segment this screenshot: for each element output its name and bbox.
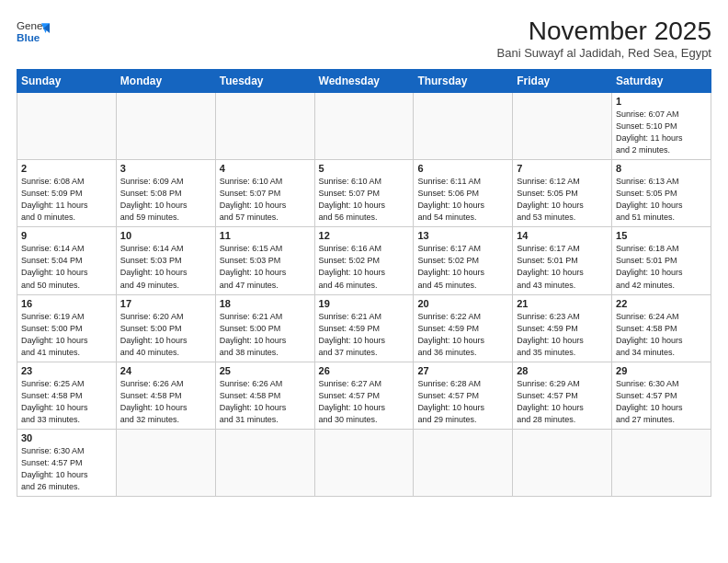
col-header-monday: Monday (116, 70, 215, 93)
day-info: Sunrise: 6:15 AM Sunset: 5:03 PM Dayligh… (220, 243, 311, 291)
calendar-cell (17, 93, 117, 160)
day-info: Sunrise: 6:16 AM Sunset: 5:02 PM Dayligh… (319, 243, 410, 291)
calendar-cell: 13Sunrise: 6:17 AM Sunset: 5:02 PM Dayli… (414, 227, 513, 294)
day-number: 20 (417, 298, 508, 309)
day-info: Sunrise: 6:14 AM Sunset: 5:03 PM Dayligh… (120, 243, 211, 291)
col-header-sunday: Sunday (17, 70, 117, 93)
day-number: 23 (21, 365, 112, 376)
svg-text:Blue: Blue (17, 31, 40, 43)
day-info: Sunrise: 6:08 AM Sunset: 5:09 PM Dayligh… (21, 176, 112, 224)
calendar-header-row: SundayMondayTuesdayWednesdayThursdayFrid… (17, 70, 711, 93)
calendar-cell: 24Sunrise: 6:26 AM Sunset: 4:58 PM Dayli… (116, 362, 215, 429)
calendar-cell: 17Sunrise: 6:20 AM Sunset: 5:00 PM Dayli… (116, 294, 215, 362)
day-info: Sunrise: 6:10 AM Sunset: 5:07 PM Dayligh… (319, 176, 410, 224)
day-number: 2 (21, 163, 112, 174)
calendar-week-1: 1Sunrise: 6:07 AM Sunset: 5:10 PM Daylig… (17, 93, 711, 160)
col-header-thursday: Thursday (414, 70, 513, 93)
calendar-cell: 27Sunrise: 6:28 AM Sunset: 4:57 PM Dayli… (414, 362, 513, 429)
day-number: 29 (616, 365, 707, 376)
day-number: 1 (616, 96, 707, 107)
calendar-cell: 8Sunrise: 6:13 AM Sunset: 5:05 PM Daylig… (612, 160, 711, 227)
calendar-cell: 14Sunrise: 6:17 AM Sunset: 5:01 PM Dayli… (513, 227, 612, 294)
day-info: Sunrise: 6:11 AM Sunset: 5:06 PM Dayligh… (417, 176, 508, 224)
day-number: 14 (517, 230, 608, 241)
calendar-cell (215, 93, 314, 160)
day-info: Sunrise: 6:13 AM Sunset: 5:05 PM Dayligh… (616, 176, 707, 224)
day-number: 13 (417, 230, 508, 241)
day-number: 10 (120, 230, 211, 241)
header: General Blue November 2025 Bani Suwayf a… (17, 17, 711, 60)
day-number: 15 (616, 230, 707, 241)
day-number: 22 (616, 298, 707, 309)
day-number: 3 (120, 163, 211, 174)
day-info: Sunrise: 6:17 AM Sunset: 5:02 PM Dayligh… (417, 243, 508, 291)
calendar-cell (513, 93, 612, 160)
calendar-cell: 9Sunrise: 6:14 AM Sunset: 5:04 PM Daylig… (17, 227, 117, 294)
day-info: Sunrise: 6:21 AM Sunset: 5:00 PM Dayligh… (220, 311, 311, 359)
calendar-cell: 16Sunrise: 6:19 AM Sunset: 5:00 PM Dayli… (17, 294, 117, 362)
day-info: Sunrise: 6:10 AM Sunset: 5:07 PM Dayligh… (220, 176, 311, 224)
day-number: 18 (220, 298, 311, 309)
calendar-cell: 3Sunrise: 6:09 AM Sunset: 5:08 PM Daylig… (116, 160, 215, 227)
calendar-week-5: 23Sunrise: 6:25 AM Sunset: 4:58 PM Dayli… (17, 362, 711, 429)
calendar-cell: 2Sunrise: 6:08 AM Sunset: 5:09 PM Daylig… (17, 160, 117, 227)
day-info: Sunrise: 6:17 AM Sunset: 5:01 PM Dayligh… (517, 243, 608, 291)
day-info: Sunrise: 6:27 AM Sunset: 4:57 PM Dayligh… (319, 378, 410, 426)
calendar-cell: 25Sunrise: 6:26 AM Sunset: 4:58 PM Dayli… (215, 362, 314, 429)
calendar-cell: 1Sunrise: 6:07 AM Sunset: 5:10 PM Daylig… (612, 93, 711, 160)
calendar-cell: 21Sunrise: 6:23 AM Sunset: 4:59 PM Dayli… (513, 294, 612, 362)
calendar-week-3: 9Sunrise: 6:14 AM Sunset: 5:04 PM Daylig… (17, 227, 711, 294)
month-title: November 2025 (497, 17, 711, 46)
calendar-cell (314, 429, 414, 496)
calendar-cell: 23Sunrise: 6:25 AM Sunset: 4:58 PM Dayli… (17, 362, 117, 429)
logo: General Blue (17, 17, 50, 50)
calendar-cell (116, 93, 215, 160)
calendar-cell (414, 429, 513, 496)
day-info: Sunrise: 6:19 AM Sunset: 5:00 PM Dayligh… (21, 311, 112, 359)
calendar-cell (215, 429, 314, 496)
logo-icon: General Blue (17, 17, 50, 50)
day-number: 7 (517, 163, 608, 174)
day-number: 27 (417, 365, 508, 376)
col-header-friday: Friday (513, 70, 612, 93)
day-info: Sunrise: 6:30 AM Sunset: 4:57 PM Dayligh… (616, 378, 707, 426)
day-info: Sunrise: 6:09 AM Sunset: 5:08 PM Dayligh… (120, 176, 211, 224)
calendar-cell: 20Sunrise: 6:22 AM Sunset: 4:59 PM Dayli… (414, 294, 513, 362)
col-header-wednesday: Wednesday (314, 70, 414, 93)
calendar-cell: 7Sunrise: 6:12 AM Sunset: 5:05 PM Daylig… (513, 160, 612, 227)
page: General Blue November 2025 Bani Suwayf a… (0, 0, 728, 563)
calendar-table: SundayMondayTuesdayWednesdayThursdayFrid… (17, 69, 711, 497)
col-header-tuesday: Tuesday (215, 70, 314, 93)
day-info: Sunrise: 6:29 AM Sunset: 4:57 PM Dayligh… (517, 378, 608, 426)
day-info: Sunrise: 6:20 AM Sunset: 5:00 PM Dayligh… (120, 311, 211, 359)
day-info: Sunrise: 6:26 AM Sunset: 4:58 PM Dayligh… (220, 378, 311, 426)
day-info: Sunrise: 6:12 AM Sunset: 5:05 PM Dayligh… (517, 176, 608, 224)
calendar-cell: 19Sunrise: 6:21 AM Sunset: 4:59 PM Dayli… (314, 294, 414, 362)
day-number: 21 (517, 298, 608, 309)
day-info: Sunrise: 6:30 AM Sunset: 4:57 PM Dayligh… (21, 445, 112, 493)
title-block: November 2025 Bani Suwayf al Jadidah, Re… (497, 17, 711, 60)
location: Bani Suwayf al Jadidah, Red Sea, Egypt (497, 46, 711, 60)
day-number: 8 (616, 163, 707, 174)
day-number: 24 (120, 365, 211, 376)
calendar-cell: 26Sunrise: 6:27 AM Sunset: 4:57 PM Dayli… (314, 362, 414, 429)
day-info: Sunrise: 6:28 AM Sunset: 4:57 PM Dayligh… (417, 378, 508, 426)
calendar-cell: 10Sunrise: 6:14 AM Sunset: 5:03 PM Dayli… (116, 227, 215, 294)
day-info: Sunrise: 6:25 AM Sunset: 4:58 PM Dayligh… (21, 378, 112, 426)
calendar-cell (513, 429, 612, 496)
calendar-cell: 5Sunrise: 6:10 AM Sunset: 5:07 PM Daylig… (314, 160, 414, 227)
calendar-cell: 6Sunrise: 6:11 AM Sunset: 5:06 PM Daylig… (414, 160, 513, 227)
calendar-week-2: 2Sunrise: 6:08 AM Sunset: 5:09 PM Daylig… (17, 160, 711, 227)
calendar-cell: 28Sunrise: 6:29 AM Sunset: 4:57 PM Dayli… (513, 362, 612, 429)
calendar-cell: 11Sunrise: 6:15 AM Sunset: 5:03 PM Dayli… (215, 227, 314, 294)
day-info: Sunrise: 6:14 AM Sunset: 5:04 PM Dayligh… (21, 243, 112, 291)
day-info: Sunrise: 6:23 AM Sunset: 4:59 PM Dayligh… (517, 311, 608, 359)
day-number: 9 (21, 230, 112, 241)
calendar-week-4: 16Sunrise: 6:19 AM Sunset: 5:00 PM Dayli… (17, 294, 711, 362)
day-number: 6 (417, 163, 508, 174)
day-number: 30 (21, 432, 112, 443)
day-info: Sunrise: 6:07 AM Sunset: 5:10 PM Dayligh… (616, 109, 707, 156)
calendar-cell: 30Sunrise: 6:30 AM Sunset: 4:57 PM Dayli… (17, 429, 117, 496)
calendar-week-6: 30Sunrise: 6:30 AM Sunset: 4:57 PM Dayli… (17, 429, 711, 496)
day-number: 28 (517, 365, 608, 376)
